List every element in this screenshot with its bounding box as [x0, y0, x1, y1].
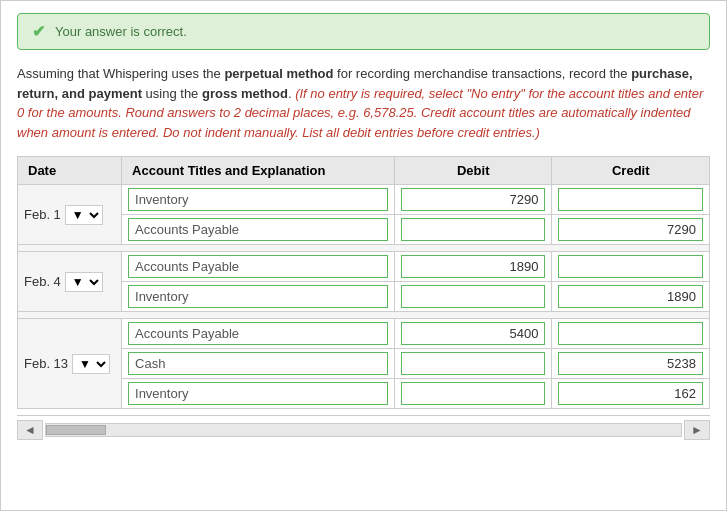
scrollbar-track[interactable]	[45, 423, 682, 437]
success-text: Your answer is correct.	[55, 24, 187, 39]
table-row	[18, 282, 710, 312]
debit-input-feb13-1[interactable]	[401, 322, 545, 345]
credit-input-feb13-3[interactable]	[558, 382, 703, 405]
table-row: Feb. 4 ▼	[18, 252, 710, 282]
credit-input-feb4-1[interactable]	[558, 255, 703, 278]
credit-cell	[552, 349, 710, 379]
account-cell	[122, 252, 395, 282]
date-select-feb13[interactable]: ▼	[72, 354, 110, 374]
date-label-feb4: Feb. 4	[24, 274, 61, 289]
instruction-block: Assuming that Whispering uses the perpet…	[17, 64, 710, 142]
account-cell	[122, 319, 395, 349]
account-cell	[122, 349, 395, 379]
debit-input-feb4-2[interactable]	[401, 285, 545, 308]
account-cell	[122, 215, 395, 245]
debit-input-feb1-2[interactable]	[401, 218, 545, 241]
date-cell-feb1: Feb. 1 ▼	[18, 185, 122, 245]
header-credit: Credit	[552, 157, 710, 185]
debit-cell	[395, 379, 552, 409]
debit-input-feb4-1[interactable]	[401, 255, 545, 278]
debit-cell	[395, 252, 552, 282]
date-label-feb13: Feb. 13	[24, 356, 68, 371]
table-row: Feb. 1 ▼	[18, 185, 710, 215]
table-row	[18, 349, 710, 379]
credit-input-feb13-1[interactable]	[558, 322, 703, 345]
credit-cell	[552, 185, 710, 215]
account-input-feb4-1[interactable]	[128, 255, 388, 278]
credit-input-feb4-2[interactable]	[558, 285, 703, 308]
credit-cell	[552, 282, 710, 312]
separator-row	[18, 245, 710, 252]
account-input-feb13-3[interactable]	[128, 382, 388, 405]
account-input-feb1-2[interactable]	[128, 218, 388, 241]
scroll-right-arrow[interactable]: ►	[684, 420, 710, 440]
debit-input-feb13-2[interactable]	[401, 352, 545, 375]
credit-cell	[552, 252, 710, 282]
credit-cell	[552, 379, 710, 409]
date-label-feb1: Feb. 1	[24, 207, 61, 222]
table-row	[18, 379, 710, 409]
account-cell	[122, 379, 395, 409]
credit-input-feb1-1[interactable]	[558, 188, 703, 211]
date-cell-feb13: Feb. 13 ▼	[18, 319, 122, 409]
scroll-left-arrow[interactable]: ◄	[17, 420, 43, 440]
debit-cell	[395, 319, 552, 349]
credit-input-feb13-2[interactable]	[558, 352, 703, 375]
header-date: Date	[18, 157, 122, 185]
table-row	[18, 215, 710, 245]
separator-row	[18, 312, 710, 319]
date-select-feb4[interactable]: ▼	[65, 272, 103, 292]
header-debit: Debit	[395, 157, 552, 185]
debit-input-feb1-1[interactable]	[401, 188, 545, 211]
account-cell	[122, 282, 395, 312]
credit-cell	[552, 215, 710, 245]
date-select-feb1[interactable]: ▼	[65, 205, 103, 225]
scrollbar: ◄ ►	[17, 415, 710, 440]
account-input-feb1-1[interactable]	[128, 188, 388, 211]
success-banner: ✔ Your answer is correct.	[17, 13, 710, 50]
account-input-feb4-2[interactable]	[128, 285, 388, 308]
credit-cell	[552, 319, 710, 349]
debit-cell	[395, 349, 552, 379]
account-input-feb13-2[interactable]	[128, 352, 388, 375]
debit-cell	[395, 282, 552, 312]
account-input-feb13-1[interactable]	[128, 322, 388, 345]
debit-cell	[395, 185, 552, 215]
journal-table: Date Account Titles and Explanation Debi…	[17, 156, 710, 409]
table-row: Feb. 13 ▼	[18, 319, 710, 349]
debit-cell	[395, 215, 552, 245]
main-container: ✔ Your answer is correct. Assuming that …	[0, 0, 727, 511]
header-account: Account Titles and Explanation	[122, 157, 395, 185]
account-cell	[122, 185, 395, 215]
debit-input-feb13-3[interactable]	[401, 382, 545, 405]
credit-input-feb1-2[interactable]	[558, 218, 703, 241]
date-cell-feb4: Feb. 4 ▼	[18, 252, 122, 312]
scrollbar-thumb[interactable]	[46, 425, 106, 435]
check-icon: ✔	[32, 22, 45, 41]
